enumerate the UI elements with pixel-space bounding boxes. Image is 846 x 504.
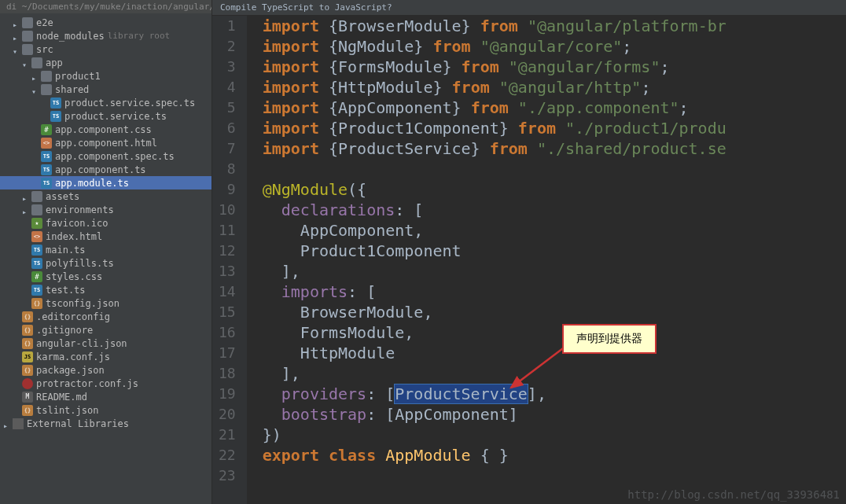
expand-arrow-icon[interactable]	[22, 206, 30, 214]
tree-item--gitignore[interactable]: .gitignore	[0, 323, 212, 337]
code-content[interactable]: import {BrowserModule} from "@angular/pl…	[247, 16, 846, 504]
code-token: import	[263, 139, 319, 158]
code-line[interactable]: ],	[263, 261, 846, 281]
code-line[interactable]: Product1Component	[263, 241, 846, 261]
expand-arrow-icon	[22, 273, 30, 281]
tree-item-e2e[interactable]: e2e	[0, 16, 212, 29]
tree-item-environments[interactable]: environments	[0, 203, 212, 216]
line-number: 7	[219, 138, 236, 159]
code-line[interactable]: export class AppModule { }	[263, 445, 846, 465]
tree-item-node-modules[interactable]: node_moduleslibrary root	[0, 29, 212, 42]
tree-item-favicon-ico[interactable]: favicon.ico	[0, 216, 212, 230]
code-token: HttpModule	[300, 344, 395, 362]
code-line[interactable]: bootstrap: [AppComponent]	[263, 404, 846, 425]
tree-item-styles-css[interactable]: styles.css	[0, 270, 212, 283]
expand-arrow-icon[interactable]	[31, 86, 39, 94]
code-line[interactable]: import {AppComponent} from "./app.compon…	[263, 97, 846, 118]
code-area[interactable]: 1234567891011121314151617181920212223 im…	[212, 16, 846, 504]
tree-item-readme-md[interactable]: README.md	[0, 390, 212, 403]
code-line[interactable]: import {ProductService} from "./shared/p…	[263, 138, 846, 159]
expand-arrow-icon[interactable]	[3, 420, 11, 428]
tree-item-app-component-spec-ts[interactable]: app.component.spec.ts	[0, 149, 212, 163]
tree-item-test-ts[interactable]: test.ts	[0, 283, 212, 296]
code-line[interactable]: BrowserModule,	[263, 302, 846, 322]
tree-item-index-html[interactable]: index.html	[0, 230, 212, 243]
code-token: })	[263, 425, 281, 444]
code-token: ({	[348, 180, 366, 199]
tree-item--editorconfig[interactable]: .editorconfig	[0, 310, 212, 323]
tree-item-tslint-json[interactable]: tslint.json	[0, 403, 212, 417]
tree-item-product-service-spec-ts[interactable]: product.service.spec.ts	[0, 96, 212, 109]
code-line[interactable]: import {NgModule} from "@angular/core";	[263, 36, 846, 57]
code-line[interactable]	[263, 159, 846, 179]
line-number: 15	[219, 302, 236, 322]
code-line[interactable]: AppComponent,	[263, 220, 846, 241]
html-icon	[41, 138, 52, 149]
code-line[interactable]: imports: [	[263, 281, 846, 302]
tree-item-app-component-css[interactable]: app.component.css	[0, 123, 212, 136]
tree-item-karma-conf-js[interactable]: karma.conf.js	[0, 350, 212, 363]
code-token: import	[263, 78, 319, 97]
tree-item-app-component-html[interactable]: app.component.html	[0, 136, 212, 149]
tree-item-product-service-ts[interactable]: product.service.ts	[0, 109, 212, 123]
tree-item-angular-cli-json[interactable]: angular-cli.json	[0, 337, 212, 350]
expand-arrow-icon[interactable]	[13, 46, 20, 53]
expand-arrow-icon[interactable]	[31, 72, 39, 80]
tree-item-label: assets	[46, 191, 79, 202]
code-token	[263, 344, 300, 362]
code-token: HttpModule	[338, 78, 432, 97]
svg-line-0	[511, 346, 566, 388]
tree-item-src[interactable]: src	[0, 42, 212, 56]
expand-arrow-icon	[22, 246, 30, 254]
code-line[interactable]	[263, 465, 846, 486]
folder-icon	[31, 191, 42, 202]
code-line[interactable]: import {FormsModule} from "@angular/form…	[263, 57, 846, 77]
code-token: {	[319, 98, 338, 117]
code-token: ]	[509, 405, 518, 424]
code-line[interactable]: @NgModule({	[263, 179, 846, 200]
tree-item-tsconfig-json[interactable]: tsconfig.json	[0, 296, 212, 310]
js-icon	[22, 351, 33, 362]
expand-arrow-icon[interactable]	[13, 32, 20, 40]
code-token: "@angular/core"	[480, 37, 623, 56]
code-token: ;	[622, 37, 631, 56]
file-tree[interactable]: e2enode_moduleslibrary rootsrcappproduct…	[0, 13, 212, 432]
tree-item-app-module-ts[interactable]: app.module.ts	[0, 176, 212, 189]
expand-arrow-icon[interactable]	[22, 193, 30, 200]
tree-item-product1[interactable]: product1	[0, 69, 212, 83]
tree-item-polyfills-ts[interactable]: polyfills.ts	[0, 256, 212, 270]
code-line[interactable]: declarations: [	[263, 200, 846, 220]
tree-item-label: product.service.spec.ts	[64, 97, 195, 109]
expand-arrow-icon	[13, 326, 20, 334]
compile-hint-bar[interactable]: Compile TypeScript to JavaScript?	[212, 0, 846, 16]
code-token: from	[490, 139, 528, 158]
line-number: 20	[219, 404, 236, 425]
tree-item-app[interactable]: app	[0, 56, 212, 69]
line-number: 5	[219, 97, 236, 118]
expand-arrow-icon[interactable]	[22, 59, 30, 67]
tree-item-protractor-conf-js[interactable]: protractor.conf.js	[0, 377, 212, 390]
project-tree-sidebar[interactable]: di ~/Documents/my/muke/inaction/angular/…	[0, 0, 212, 504]
css-icon	[41, 124, 52, 135]
code-line[interactable]: import {Product1Component} from "./produ…	[263, 118, 846, 138]
tree-item-main-ts[interactable]: main.ts	[0, 243, 212, 256]
code-token: NgModule	[338, 37, 414, 56]
tree-item-package-json[interactable]: package.json	[0, 363, 212, 377]
code-token: AppComponent	[395, 405, 509, 424]
tree-item-external-libraries[interactable]: External Libraries	[0, 417, 212, 430]
json-icon	[22, 405, 33, 416]
code-token	[263, 200, 281, 219]
tree-item-label: protractor.conf.js	[36, 378, 138, 389]
expand-arrow-icon[interactable]	[13, 19, 20, 27]
tree-item-assets[interactable]: assets	[0, 189, 212, 203]
code-token: : [	[348, 282, 376, 301]
code-line[interactable]: })	[263, 425, 846, 445]
code-token: }	[471, 139, 490, 158]
tree-item-shared[interactable]: shared	[0, 83, 212, 96]
code-line[interactable]: import {HttpModule} from "@angular/http"…	[263, 77, 846, 97]
code-line[interactable]: import {BrowserModule} from "@angular/pl…	[263, 16, 846, 36]
tree-item-app-component-ts[interactable]: app.component.ts	[0, 163, 212, 176]
code-line[interactable]: FormsModule,	[263, 322, 846, 343]
json-icon	[31, 298, 42, 309]
code-editor[interactable]: Compile TypeScript to JavaScript? 123456…	[212, 0, 846, 504]
